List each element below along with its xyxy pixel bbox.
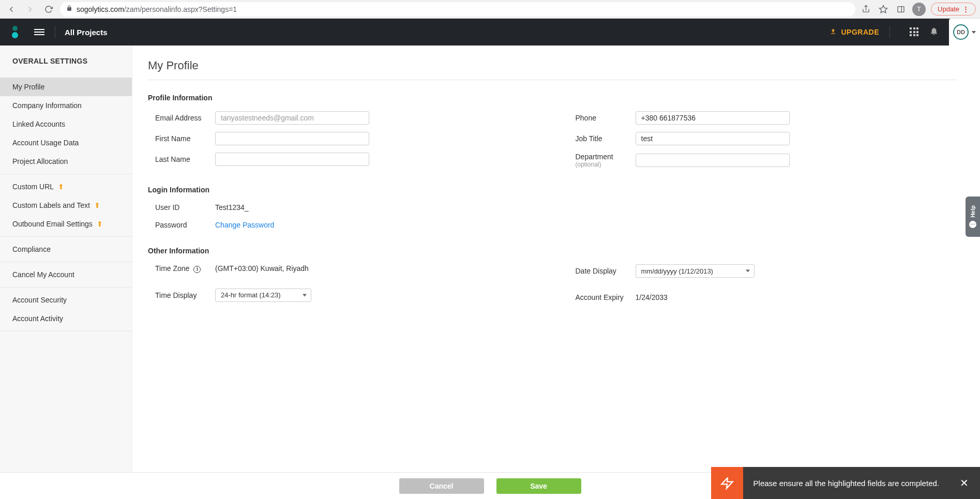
alert-icon <box>711 467 743 472</box>
sidebar-item-custom-labels[interactable]: Custom Labels and Text⬆ <box>0 196 132 215</box>
sidebar-item-account-activity[interactable]: Account Activity <box>0 309 132 328</box>
label-first-name: First Name <box>148 134 215 143</box>
account-expiry-value: 1/24/2033 <box>636 293 668 301</box>
job-title-field[interactable] <box>636 132 790 145</box>
sidebar-item-cancel-account[interactable]: Cancel My Account <box>0 265 132 284</box>
main-content: My Profile Profile Information Email Add… <box>132 46 980 472</box>
label-password: Password <box>148 221 215 229</box>
label-job-title: Job Title <box>568 134 636 143</box>
label-time-zone: Time Zone i <box>148 264 215 273</box>
browser-profile-avatar[interactable]: T <box>912 3 926 16</box>
address-bar[interactable]: sogolytics.com/zam/personalinfo.aspx?Set… <box>60 2 855 17</box>
sidebar: OVERALL SETTINGS My Profile Company Info… <box>0 46 132 472</box>
url-text: sogolytics.com/zam/personalinfo.aspx?Set… <box>77 5 237 13</box>
app-header: All Projects UPGRADE DD <box>0 19 980 46</box>
forward-button[interactable] <box>23 2 37 17</box>
sidebar-item-linked-accounts[interactable]: Linked Accounts <box>0 115 132 133</box>
department-field[interactable] <box>636 154 790 167</box>
email-field[interactable] <box>215 111 369 125</box>
label-email: Email Address <box>148 114 215 122</box>
sidebar-title: OVERALL SETTINGS <box>0 46 132 74</box>
browser-chrome: sogolytics.com/zam/personalinfo.aspx?Set… <box>0 0 980 19</box>
back-button[interactable] <box>4 2 19 17</box>
divider <box>55 26 55 38</box>
label-time-display: Time Display <box>148 291 215 299</box>
divider <box>889 26 890 38</box>
lock-icon <box>66 5 72 13</box>
error-toast: Please ensure all the highlighted fields… <box>711 467 980 472</box>
app-logo[interactable] <box>10 24 20 40</box>
change-password-link[interactable]: Change Password <box>215 221 274 229</box>
sidebar-item-project-allocation[interactable]: Project Allocation <box>0 152 132 171</box>
sidebar-item-outbound-email[interactable]: Outbound Email Settings⬆ <box>0 215 132 233</box>
upgrade-icon: ⬆ <box>94 201 100 209</box>
label-phone: Phone <box>568 114 636 122</box>
reload-button[interactable] <box>41 2 56 17</box>
upgrade-icon: ⬆ <box>97 220 103 228</box>
sidebar-item-custom-url[interactable]: Custom URL⬆ <box>0 177 132 196</box>
sidebar-item-account-usage[interactable]: Account Usage Data <box>0 133 132 152</box>
sidebar-item-account-security[interactable]: Account Security <box>0 291 132 309</box>
time-display-select[interactable]: 24-hr format (14:23) <box>215 289 311 302</box>
user-avatar: DD <box>953 24 969 40</box>
apps-grid-icon[interactable] <box>910 27 919 37</box>
section-other-heading: Other Information <box>148 247 957 255</box>
label-user-id: User ID <box>148 203 215 211</box>
upgrade-icon: ⬆ <box>58 183 64 191</box>
sidebar-item-my-profile[interactable]: My Profile <box>0 78 132 96</box>
star-icon[interactable] <box>877 3 889 16</box>
sidebar-item-company-info[interactable]: Company Information <box>0 96 132 115</box>
time-zone-value: (GMT+03:00) Kuwait, Riyadh <box>215 264 309 273</box>
notifications-icon[interactable] <box>929 26 939 38</box>
chat-icon: ⋯ <box>969 221 976 228</box>
svg-rect-1 <box>898 6 904 12</box>
last-name-field[interactable] <box>215 153 369 166</box>
share-icon[interactable] <box>860 3 872 16</box>
label-department: Department (optional) <box>568 153 636 168</box>
help-tab[interactable]: Help ⋯ <box>966 196 980 237</box>
browser-update-button[interactable]: Update ⋮ <box>931 3 976 16</box>
phone-field[interactable] <box>636 111 790 125</box>
section-login-heading: Login Information <box>148 186 957 194</box>
help-label: Help <box>970 205 976 218</box>
page-title: My Profile <box>148 59 957 80</box>
menu-toggle-icon[interactable] <box>34 29 44 35</box>
section-profile-heading: Profile Information <box>148 94 957 102</box>
upload-icon <box>830 28 837 37</box>
upgrade-button[interactable]: UPGRADE <box>830 28 879 37</box>
sidebar-item-compliance[interactable]: Compliance <box>0 240 132 259</box>
user-id-value: Test1234_ <box>215 203 249 211</box>
label-last-name: Last Name <box>148 155 215 163</box>
date-display-select[interactable]: mm/dd/yyyy (1/12/2013) <box>636 264 755 278</box>
label-account-expiry: Account Expiry <box>568 293 636 301</box>
info-icon[interactable]: i <box>193 266 201 273</box>
user-menu[interactable]: DD <box>949 19 980 46</box>
first-name-field[interactable] <box>215 132 369 145</box>
svg-rect-3 <box>831 33 835 34</box>
chevron-down-icon <box>972 31 976 34</box>
label-date-display: Date Display <box>568 267 636 275</box>
svg-marker-0 <box>880 5 887 12</box>
panel-icon[interactable] <box>895 3 907 16</box>
header-title[interactable]: All Projects <box>65 28 108 37</box>
